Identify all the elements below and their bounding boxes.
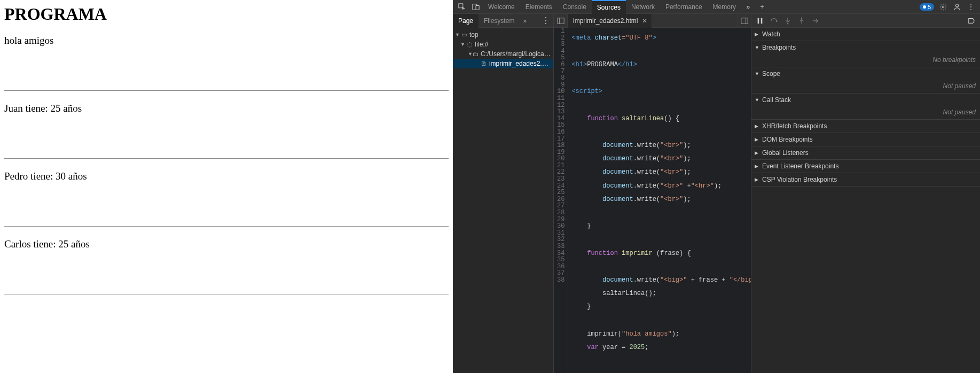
tree-top[interactable]: ▼ ▭ top	[453, 30, 553, 40]
acc-dom[interactable]: ▶DOM Breakpoints	[751, 133, 980, 146]
window-icon: ▭	[460, 31, 468, 38]
output-line: hola amigos	[4, 35, 449, 46]
nav-kebab-icon[interactable]: ⋮	[538, 15, 553, 26]
folder-icon: 🗀	[473, 50, 479, 58]
step-over-button[interactable]	[769, 15, 779, 26]
tree-origin[interactable]: ▼ ◌ file://	[453, 40, 553, 49]
settings-icon[interactable]	[936, 0, 950, 14]
tab-memory[interactable]: Memory	[708, 0, 741, 14]
svg-point-13	[801, 17, 803, 19]
svg-rect-7	[741, 18, 747, 24]
tab-elements[interactable]: Elements	[520, 0, 558, 14]
debugger-toolbar	[751, 14, 980, 28]
more-tabs-icon[interactable]: »	[741, 0, 755, 14]
svg-point-4	[955, 4, 958, 6]
acc-csp[interactable]: ▶CSP Violation Breakpoints	[751, 173, 980, 187]
inspect-element-icon[interactable]	[455, 0, 469, 14]
new-tab-icon[interactable]: ＋	[755, 0, 769, 14]
account-icon[interactable]	[950, 0, 964, 14]
editor-tab[interactable]: imprimir_edades2.html ✕	[568, 14, 652, 28]
step-out-button[interactable]	[796, 15, 807, 26]
pause-button[interactable]	[755, 15, 765, 26]
toggle-debugger-icon[interactable]	[737, 14, 751, 28]
device-toggle-icon[interactable]	[469, 0, 483, 14]
acc-global[interactable]: ▶Global Listeners	[751, 146, 980, 160]
navigator-pane: Page Filesystem » ⋮ ▼ ▭ top ▼ ◌ file:// …	[453, 14, 554, 373]
issues-badge[interactable]: 5	[920, 3, 934, 11]
acc-callstack-body: Not paused	[751, 106, 980, 119]
acc-callstack[interactable]: ▼Call Stack Not paused	[751, 94, 980, 120]
navigator-tabs: Page Filesystem » ⋮	[453, 14, 553, 28]
source-editor: imprimir_edades2.html ✕ 1234567891011121…	[554, 14, 751, 373]
tab-welcome[interactable]: Welcome	[483, 0, 520, 14]
acc-event[interactable]: ▶Event Listener Breakpoints	[751, 160, 980, 173]
acc-breakpoints[interactable]: ▼Breakpoints No breakpoints	[751, 41, 980, 67]
acc-watch[interactable]: ▶Watch	[751, 28, 980, 41]
tree-file[interactable]: 🗎 imprimir_edades2.html	[453, 59, 553, 68]
output-line: Juan tiene: 25 años	[4, 103, 449, 114]
svg-point-3	[942, 6, 944, 8]
tab-sources[interactable]: Sources	[592, 0, 626, 14]
tree-folder[interactable]: ▼ 🗀 C:/Users/margi/Logica de pro	[453, 49, 553, 59]
file-icon: 🗎	[481, 60, 488, 67]
devtools-panel: Welcome Elements Console Sources Network…	[453, 0, 980, 373]
issues-dot-icon	[923, 5, 926, 9]
kebab-menu-icon[interactable]: ⋮	[964, 0, 978, 14]
devtools-tabstrip: Welcome Elements Console Sources Network…	[453, 0, 980, 14]
step-into-button[interactable]	[782, 15, 793, 26]
step-button[interactable]	[810, 15, 821, 26]
svg-point-12	[787, 22, 789, 24]
nav-more-icon[interactable]: »	[520, 17, 530, 25]
output-line: Pedro tiene: 30 años	[4, 170, 449, 182]
cloud-icon: ◌	[466, 41, 473, 48]
nav-tab-filesystem[interactable]: Filesystem	[479, 14, 520, 28]
nav-tab-page[interactable]: Page	[453, 14, 479, 28]
svg-rect-9	[758, 18, 759, 24]
file-tree: ▼ ▭ top ▼ ◌ file:// ▼ 🗀 C:/Users/margi/L…	[453, 28, 553, 71]
svg-point-11	[776, 20, 778, 22]
acc-breakpoints-body: No breakpoints	[751, 54, 980, 67]
svg-rect-10	[761, 18, 763, 24]
editor-tabbar: imprimir_edades2.html ✕	[554, 14, 751, 28]
rendered-page: PROGRAMA hola amigos Juan tiene: 25 años…	[0, 0, 453, 373]
svg-rect-2	[476, 5, 479, 10]
tab-console[interactable]: Console	[558, 0, 592, 14]
editor-tab-label: imprimir_edades2.html	[573, 17, 638, 25]
issues-count: 5	[928, 4, 931, 10]
acc-scope-body: Not paused	[751, 80, 980, 93]
tab-performance[interactable]: Performance	[660, 0, 708, 14]
svg-rect-5	[557, 18, 563, 24]
code-area[interactable]: 1234567891011121314151617181920212223242…	[554, 28, 751, 373]
deactivate-breakpoints-button[interactable]	[966, 15, 977, 26]
toggle-navigator-icon[interactable]	[554, 14, 568, 28]
acc-xhr[interactable]: ▶XHR/fetch Breakpoints	[751, 120, 980, 133]
code-content[interactable]: <meta charset="UTF 8"> <h1>PROGRAMA</h1>…	[568, 28, 751, 373]
page-title: PROGRAMA	[4, 4, 449, 24]
tab-network[interactable]: Network	[626, 0, 660, 14]
output-line: Carlos tiene: 25 años	[4, 238, 449, 250]
acc-scope[interactable]: ▼Scope Not paused	[751, 67, 980, 94]
close-tab-icon[interactable]: ✕	[642, 17, 647, 25]
debugger-pane: ▶Watch ▼Breakpoints No breakpoints ▼Scop…	[751, 14, 980, 373]
line-gutter: 1234567891011121314151617181920212223242…	[554, 28, 568, 373]
